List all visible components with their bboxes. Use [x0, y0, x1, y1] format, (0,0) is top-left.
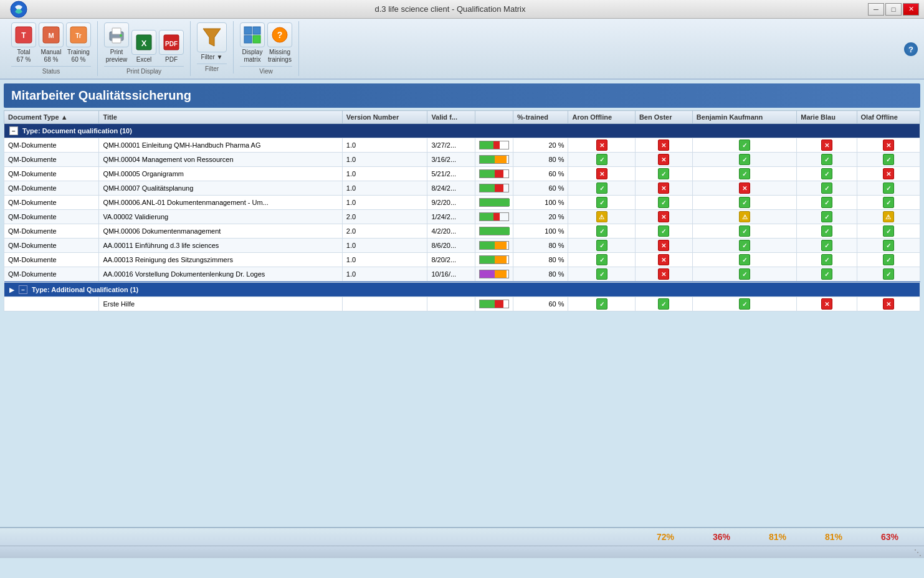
svg-rect-16 [244, 27, 252, 34]
col-valid: Valid f... [427, 111, 475, 124]
svg-marker-15 [203, 29, 221, 46]
cell-bar [475, 196, 513, 210]
cell-pct: 80 % [513, 253, 568, 267]
cell-doctype: QM-Dokumente [4, 196, 99, 210]
benjamin-total: 81% [750, 532, 806, 542]
progress-bar [479, 141, 509, 149]
cell-ben: ✕ [635, 153, 692, 167]
cell-aron: ✓ [568, 253, 635, 267]
print-group-label: Print Display [104, 66, 184, 75]
excel-button[interactable]: X Excel [131, 30, 156, 64]
cell-pct: 60 % [513, 297, 568, 311]
filter-button[interactable]: Filter ▼ [197, 22, 227, 61]
cell-version [342, 297, 427, 311]
cell-olaf: ✓ [857, 253, 920, 267]
cell-bar [475, 210, 513, 224]
marie-total: 81% [806, 532, 862, 542]
minimize-button[interactable]: ─ [868, 3, 884, 16]
status-icon: ✓ [739, 168, 750, 179]
cell-pct: 60 % [513, 181, 568, 196]
group2-label: ▶ − Type: Additional Qualification (1) [4, 283, 920, 297]
cell-aron: ✓ [568, 196, 635, 210]
cell-olaf: ✓ [857, 267, 920, 282]
print-icon [104, 22, 129, 47]
window-title: d.3 life science client - Qualification … [32, 4, 868, 14]
status-icon: ✓ [883, 225, 894, 237]
olaf-total: 63% [862, 532, 918, 542]
cell-ben: ✓ [635, 167, 692, 181]
excel-icon: X [131, 30, 156, 55]
display-matrix-button[interactable]: Display matrix [240, 22, 265, 64]
title-bar: d.3 life science client - Qualification … [0, 0, 924, 19]
cell-doctype [4, 297, 99, 311]
help-button[interactable]: ? [904, 42, 918, 56]
total-button[interactable]: T Total 67 % [11, 22, 36, 64]
svg-rect-17 [253, 27, 260, 34]
missing-trainings-button[interactable]: ? Missing trainings [267, 22, 292, 64]
manual-button[interactable]: M Manual 68 % [39, 22, 64, 64]
cell-aron: ✓ [568, 239, 635, 253]
svg-rect-18 [244, 36, 252, 43]
progress-bar [479, 241, 509, 250]
display-matrix-icon [240, 22, 265, 47]
cell-pct: 60 % [513, 167, 568, 181]
expand-group2[interactable]: ▶ [9, 287, 14, 293]
status-icon: ✕ [658, 140, 669, 151]
cell-marie: ✓ [797, 224, 857, 239]
cell-ben: ✕ [635, 181, 692, 196]
toolbar: T Total 67 % M Manual 68 % [0, 19, 924, 80]
toolbar-group-filter: Filter ▼ Filter [191, 21, 234, 73]
table-row: QM-Dokumente QMH.00006 Dokumentenmanagem… [4, 224, 920, 239]
training-button[interactable]: Tr Training 60 % [66, 22, 91, 64]
cell-title: QMH.00007 Qualitätsplanung [99, 181, 342, 196]
status-icon: ⚠ [596, 211, 607, 222]
cell-ben: ✕ [635, 267, 692, 282]
resize-handle[interactable]: ⋱ [914, 548, 922, 557]
restore-button[interactable]: □ [885, 3, 902, 16]
status-icon: ✕ [596, 168, 607, 179]
cell-marie: ✓ [797, 196, 857, 210]
status-icon: ✓ [739, 298, 750, 310]
cell-marie: ✓ [797, 239, 857, 253]
pdf-button[interactable]: PDF PDF [159, 30, 184, 64]
missing-trainings-icon: ? [267, 22, 292, 47]
collapse-group2[interactable]: − [19, 285, 27, 294]
collapse-group1[interactable]: − [9, 126, 18, 135]
cell-olaf: ✓ [857, 153, 920, 167]
status-icon: ✕ [658, 268, 669, 280]
status-icon: ✓ [883, 254, 894, 265]
filter-group-label: Filter [197, 64, 227, 72]
bottom-bar: ⋱ [0, 546, 924, 558]
print-preview-button[interactable]: Print preview [104, 22, 129, 64]
status-icon: ✕ [658, 154, 669, 165]
cell-valid: 3/16/2... [427, 153, 475, 167]
col-title: Title [99, 111, 342, 124]
progress-bar [479, 155, 509, 164]
cell-bar [475, 224, 513, 239]
cell-pct: 100 % [513, 196, 568, 210]
cell-version: 1.0 [342, 153, 427, 167]
group2-header: ▶ − Type: Additional Qualification (1) [4, 283, 920, 297]
close-button[interactable]: ✕ [903, 3, 919, 16]
aron-total: 72% [637, 532, 693, 542]
cell-pct: 80 % [513, 267, 568, 282]
cell-aron: ✓ [568, 267, 635, 282]
status-icon: ✓ [739, 225, 750, 237]
cell-ben: ✕ [635, 138, 692, 153]
status-icon: ✓ [596, 225, 607, 237]
cell-version: 2.0 [342, 224, 427, 239]
status-icon: ✓ [596, 240, 607, 251]
table-row: QM-Dokumente VA.00002 Validierung 2.0 1/… [4, 210, 920, 224]
cell-benjamin: ✓ [692, 138, 796, 153]
progress-bar [479, 270, 509, 278]
cell-pct: 80 % [513, 153, 568, 167]
status-icon: ✓ [883, 154, 894, 165]
status-icon: ✓ [739, 240, 750, 251]
progress-bar [479, 212, 509, 221]
cell-valid: 4/2/20... [427, 224, 475, 239]
status-icon: ✓ [596, 182, 607, 194]
cell-aron: ✓ [568, 153, 635, 167]
print-preview-label: Print preview [106, 49, 127, 64]
cell-benjamin: ✓ [692, 224, 796, 239]
cell-valid: 8/6/20... [427, 239, 475, 253]
